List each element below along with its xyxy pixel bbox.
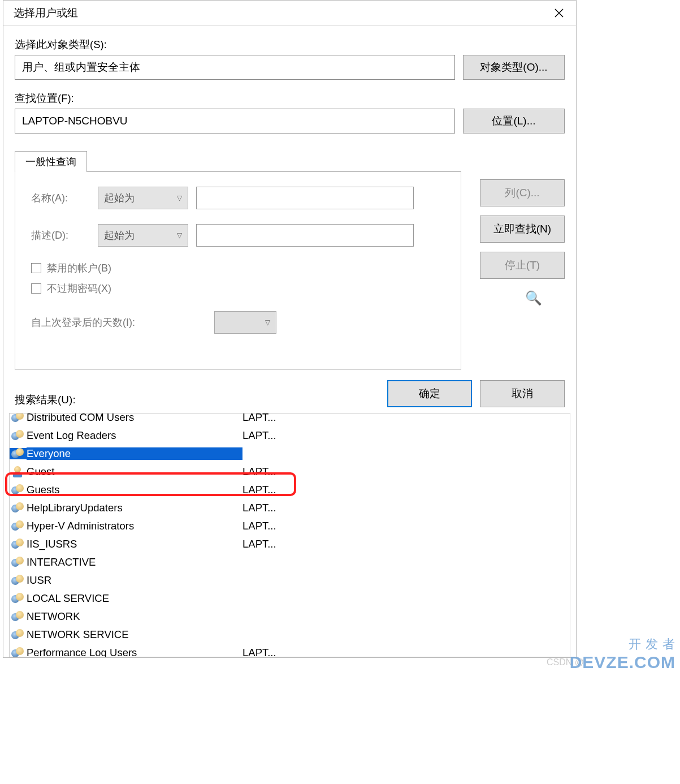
list-item[interactable]: Everyone — [10, 445, 570, 463]
checkbox-label: 禁用的帐户(B) — [47, 261, 111, 275]
location-input[interactable]: LAPTOP-N5CHOBVU — [15, 109, 455, 133]
combo-value: 起始为 — [104, 229, 135, 242]
item-name: Guest — [27, 466, 242, 478]
desc-match-combo[interactable]: 起始为 ▽ — [98, 224, 188, 247]
item-name: INTERACTIVE — [27, 556, 242, 568]
location-label: 查找位置(F): — [15, 91, 565, 105]
item-location: LAPT... — [242, 520, 356, 532]
desc-input[interactable] — [196, 224, 414, 247]
object-type-input[interactable]: 用户、组或内置安全主体 — [15, 55, 455, 80]
object-types-button[interactable]: 对象类型(O)... — [463, 55, 565, 80]
item-name: NETWORK — [27, 610, 242, 623]
days-since-logon-label: 自上次登录后的天数(I): — [31, 316, 206, 329]
results-list[interactable]: 名称 所在... Distributed COM UsersLAPT...Eve… — [10, 413, 570, 657]
close-icon — [555, 8, 564, 18]
item-name: Guests — [27, 484, 242, 496]
list-item[interactable]: NETWORK SERVICE — [10, 626, 570, 644]
days-combo[interactable]: ▽ — [214, 311, 276, 334]
right-button-column: 列(C)... 立即查找(N) 停止(T) — [480, 179, 565, 279]
group-icon — [10, 539, 27, 550]
name-input[interactable] — [196, 187, 414, 209]
list-item[interactable]: Event Log ReadersLAPT... — [10, 427, 570, 445]
group-icon — [10, 575, 27, 586]
find-now-button[interactable]: 立即查找(N) — [480, 216, 565, 243]
desc-label: 描述(D): — [31, 229, 90, 242]
content-area: 选择此对象类型(S): 用户、组或内置安全主体 对象类型(O)... 查找位置(… — [3, 26, 576, 150]
stop-button[interactable]: 停止(T) — [480, 252, 565, 279]
group-icon — [10, 413, 27, 423]
item-name: Hyper-V Administrators — [27, 520, 242, 532]
group-icon — [10, 520, 27, 532]
group-icon — [10, 448, 27, 459]
group-icon — [10, 593, 27, 604]
footer: 搜索结果(U): 确定 取消 — [3, 370, 576, 411]
checkbox-label: 不过期密码(X) — [47, 282, 111, 295]
item-name: Everyone — [27, 447, 242, 460]
list-item[interactable]: Hyper-V AdministratorsLAPT... — [10, 517, 570, 535]
item-location: LAPT... — [242, 538, 356, 550]
select-users-dialog: 选择用户或组 选择此对象类型(S): 用户、组或内置安全主体 对象类型(O)..… — [3, 0, 577, 658]
list-item[interactable]: INTERACTIVE — [10, 553, 570, 571]
search-icon: 🔍 — [525, 290, 542, 306]
combo-value: 起始为 — [104, 191, 135, 205]
group-icon — [10, 647, 27, 657]
list-item[interactable]: Distributed COM UsersLAPT... — [10, 413, 570, 427]
item-location: LAPT... — [242, 413, 356, 424]
item-name: LOCAL SERVICE — [27, 592, 242, 605]
titlebar: 选择用户或组 — [3, 1, 576, 26]
results-box: 名称 所在... Distributed COM UsersLAPT...Eve… — [9, 413, 570, 657]
cancel-button[interactable]: 取消 — [480, 380, 565, 407]
list-item[interactable]: HelpLibraryUpdatersLAPT... — [10, 499, 570, 517]
locations-button[interactable]: 位置(L)... — [463, 109, 565, 133]
item-name: Performance Log Users — [27, 647, 242, 657]
ok-button[interactable]: 确定 — [387, 380, 472, 407]
list-item[interactable]: GuestsLAPT... — [10, 481, 570, 499]
list-item[interactable]: IUSR — [10, 571, 570, 589]
item-name: HelpLibraryUpdaters — [27, 502, 242, 514]
query-panel: 名称(A): 起始为 ▽ 描述(D): 起始为 ▽ 禁用的帐户(B) 不过期密码… — [15, 171, 461, 370]
watermark-bottom: DEVZE.COM — [570, 653, 675, 672]
user-icon — [10, 466, 27, 477]
watermark-top: 开 发 者 — [629, 636, 675, 653]
window-title: 选择用户或组 — [14, 6, 78, 20]
non-expiring-password-checkbox[interactable]: 不过期密码(X) — [31, 282, 445, 295]
group-icon — [10, 484, 27, 496]
item-location: LAPT... — [242, 647, 356, 657]
item-location: LAPT... — [242, 502, 356, 514]
object-type-label: 选择此对象类型(S): — [15, 37, 565, 51]
item-location: LAPT... — [242, 484, 356, 496]
group-icon — [10, 502, 27, 514]
chevron-down-icon: ▽ — [177, 231, 182, 239]
item-location: LAPT... — [242, 466, 356, 478]
checkbox-icon — [31, 283, 41, 294]
group-icon — [10, 430, 27, 441]
close-button[interactable] — [549, 3, 569, 23]
list-item[interactable]: IIS_IUSRSLAPT... — [10, 535, 570, 553]
list-item[interactable]: NETWORK — [10, 608, 570, 626]
item-name: IUSR — [27, 574, 242, 587]
list-item[interactable]: Performance Log UsersLAPT... — [10, 644, 570, 657]
item-name: IIS_IUSRS — [27, 538, 242, 550]
checkbox-icon — [31, 263, 41, 273]
tabs: 一般性查询 — [15, 150, 576, 171]
item-name: Distributed COM Users — [27, 413, 242, 424]
list-item[interactable]: LOCAL SERVICE — [10, 589, 570, 608]
group-icon — [10, 629, 27, 640]
tab-general-query[interactable]: 一般性查询 — [15, 151, 87, 172]
item-name: Event Log Readers — [27, 429, 242, 442]
group-icon — [10, 611, 27, 622]
columns-button[interactable]: 列(C)... — [480, 179, 565, 206]
item-name: NETWORK SERVICE — [27, 628, 242, 641]
chevron-down-icon: ▽ — [177, 194, 182, 202]
group-icon — [10, 557, 27, 568]
item-location: LAPT... — [242, 429, 356, 442]
disabled-accounts-checkbox[interactable]: 禁用的帐户(B) — [31, 261, 445, 275]
watermark-csdn: CSDN @ — [547, 657, 584, 667]
list-item[interactable]: GuestLAPT... — [10, 463, 570, 481]
watermark: 开 发 者 DEVZE.COM — [570, 636, 675, 672]
name-label: 名称(A): — [31, 191, 90, 205]
name-match-combo[interactable]: 起始为 ▽ — [98, 187, 188, 209]
chevron-down-icon: ▽ — [265, 318, 270, 326]
results-label: 搜索结果(U): — [15, 393, 76, 407]
